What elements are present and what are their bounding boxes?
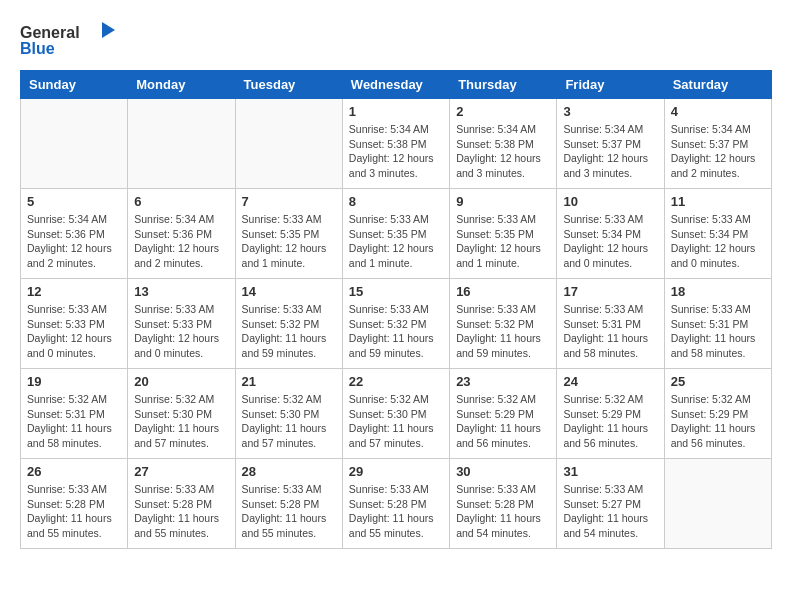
calendar-cell: 25Sunrise: 5:32 AM Sunset: 5:29 PM Dayli… (664, 369, 771, 459)
day-info: Sunrise: 5:33 AM Sunset: 5:33 PM Dayligh… (134, 302, 228, 361)
day-number: 11 (671, 194, 765, 209)
svg-text:Blue: Blue (20, 40, 55, 57)
day-number: 28 (242, 464, 336, 479)
calendar-cell (664, 459, 771, 549)
calendar-cell: 7Sunrise: 5:33 AM Sunset: 5:35 PM Daylig… (235, 189, 342, 279)
calendar-cell: 20Sunrise: 5:32 AM Sunset: 5:30 PM Dayli… (128, 369, 235, 459)
day-number: 14 (242, 284, 336, 299)
day-info: Sunrise: 5:34 AM Sunset: 5:36 PM Dayligh… (134, 212, 228, 271)
generalblue-logo-icon: GeneralBlue (20, 20, 120, 60)
day-info: Sunrise: 5:33 AM Sunset: 5:31 PM Dayligh… (671, 302, 765, 361)
day-number: 1 (349, 104, 443, 119)
calendar-cell: 24Sunrise: 5:32 AM Sunset: 5:29 PM Dayli… (557, 369, 664, 459)
day-number: 4 (671, 104, 765, 119)
day-info: Sunrise: 5:33 AM Sunset: 5:32 PM Dayligh… (242, 302, 336, 361)
day-info: Sunrise: 5:32 AM Sunset: 5:29 PM Dayligh… (456, 392, 550, 451)
calendar-cell: 9Sunrise: 5:33 AM Sunset: 5:35 PM Daylig… (450, 189, 557, 279)
svg-text:General: General (20, 24, 80, 41)
day-number: 22 (349, 374, 443, 389)
week-row-3: 12Sunrise: 5:33 AM Sunset: 5:33 PM Dayli… (21, 279, 772, 369)
calendar-cell: 31Sunrise: 5:33 AM Sunset: 5:27 PM Dayli… (557, 459, 664, 549)
calendar-cell: 4Sunrise: 5:34 AM Sunset: 5:37 PM Daylig… (664, 99, 771, 189)
day-info: Sunrise: 5:33 AM Sunset: 5:34 PM Dayligh… (563, 212, 657, 271)
day-number: 24 (563, 374, 657, 389)
day-info: Sunrise: 5:33 AM Sunset: 5:34 PM Dayligh… (671, 212, 765, 271)
calendar-cell: 2Sunrise: 5:34 AM Sunset: 5:38 PM Daylig… (450, 99, 557, 189)
day-info: Sunrise: 5:33 AM Sunset: 5:32 PM Dayligh… (456, 302, 550, 361)
calendar-cell: 15Sunrise: 5:33 AM Sunset: 5:32 PM Dayli… (342, 279, 449, 369)
calendar-cell: 21Sunrise: 5:32 AM Sunset: 5:30 PM Dayli… (235, 369, 342, 459)
day-number: 23 (456, 374, 550, 389)
day-info: Sunrise: 5:33 AM Sunset: 5:28 PM Dayligh… (134, 482, 228, 541)
day-number: 6 (134, 194, 228, 209)
calendar-cell: 26Sunrise: 5:33 AM Sunset: 5:28 PM Dayli… (21, 459, 128, 549)
day-number: 9 (456, 194, 550, 209)
calendar-cell: 13Sunrise: 5:33 AM Sunset: 5:33 PM Dayli… (128, 279, 235, 369)
day-info: Sunrise: 5:32 AM Sunset: 5:30 PM Dayligh… (134, 392, 228, 451)
day-number: 20 (134, 374, 228, 389)
calendar-cell: 22Sunrise: 5:32 AM Sunset: 5:30 PM Dayli… (342, 369, 449, 459)
day-info: Sunrise: 5:33 AM Sunset: 5:28 PM Dayligh… (456, 482, 550, 541)
week-row-2: 5Sunrise: 5:34 AM Sunset: 5:36 PM Daylig… (21, 189, 772, 279)
svg-marker-2 (102, 22, 115, 38)
calendar-cell (235, 99, 342, 189)
calendar-header-row: SundayMondayTuesdayWednesdayThursdayFrid… (21, 71, 772, 99)
calendar-cell (128, 99, 235, 189)
day-info: Sunrise: 5:33 AM Sunset: 5:32 PM Dayligh… (349, 302, 443, 361)
day-number: 16 (456, 284, 550, 299)
day-info: Sunrise: 5:33 AM Sunset: 5:33 PM Dayligh… (27, 302, 121, 361)
calendar-cell: 30Sunrise: 5:33 AM Sunset: 5:28 PM Dayli… (450, 459, 557, 549)
day-number: 17 (563, 284, 657, 299)
calendar-cell: 12Sunrise: 5:33 AM Sunset: 5:33 PM Dayli… (21, 279, 128, 369)
calendar-header-sunday: Sunday (21, 71, 128, 99)
day-number: 19 (27, 374, 121, 389)
calendar-cell: 16Sunrise: 5:33 AM Sunset: 5:32 PM Dayli… (450, 279, 557, 369)
logo: GeneralBlue (20, 20, 120, 60)
day-info: Sunrise: 5:34 AM Sunset: 5:38 PM Dayligh… (456, 122, 550, 181)
day-info: Sunrise: 5:33 AM Sunset: 5:35 PM Dayligh… (349, 212, 443, 271)
day-info: Sunrise: 5:33 AM Sunset: 5:27 PM Dayligh… (563, 482, 657, 541)
calendar-cell: 8Sunrise: 5:33 AM Sunset: 5:35 PM Daylig… (342, 189, 449, 279)
calendar-cell: 18Sunrise: 5:33 AM Sunset: 5:31 PM Dayli… (664, 279, 771, 369)
week-row-5: 26Sunrise: 5:33 AM Sunset: 5:28 PM Dayli… (21, 459, 772, 549)
week-row-1: 1Sunrise: 5:34 AM Sunset: 5:38 PM Daylig… (21, 99, 772, 189)
day-info: Sunrise: 5:32 AM Sunset: 5:29 PM Dayligh… (563, 392, 657, 451)
calendar-header-tuesday: Tuesday (235, 71, 342, 99)
day-number: 18 (671, 284, 765, 299)
day-info: Sunrise: 5:33 AM Sunset: 5:28 PM Dayligh… (27, 482, 121, 541)
day-number: 3 (563, 104, 657, 119)
calendar-cell: 6Sunrise: 5:34 AM Sunset: 5:36 PM Daylig… (128, 189, 235, 279)
page-header: GeneralBlue (20, 20, 772, 60)
day-info: Sunrise: 5:34 AM Sunset: 5:37 PM Dayligh… (671, 122, 765, 181)
calendar-cell: 29Sunrise: 5:33 AM Sunset: 5:28 PM Dayli… (342, 459, 449, 549)
calendar-cell: 27Sunrise: 5:33 AM Sunset: 5:28 PM Dayli… (128, 459, 235, 549)
calendar-table: SundayMondayTuesdayWednesdayThursdayFrid… (20, 70, 772, 549)
day-number: 10 (563, 194, 657, 209)
week-row-4: 19Sunrise: 5:32 AM Sunset: 5:31 PM Dayli… (21, 369, 772, 459)
day-number: 25 (671, 374, 765, 389)
day-number: 5 (27, 194, 121, 209)
calendar-cell: 23Sunrise: 5:32 AM Sunset: 5:29 PM Dayli… (450, 369, 557, 459)
calendar-cell: 3Sunrise: 5:34 AM Sunset: 5:37 PM Daylig… (557, 99, 664, 189)
calendar-header-saturday: Saturday (664, 71, 771, 99)
calendar-cell: 10Sunrise: 5:33 AM Sunset: 5:34 PM Dayli… (557, 189, 664, 279)
calendar-cell: 14Sunrise: 5:33 AM Sunset: 5:32 PM Dayli… (235, 279, 342, 369)
day-number: 27 (134, 464, 228, 479)
calendar-header-thursday: Thursday (450, 71, 557, 99)
day-number: 31 (563, 464, 657, 479)
day-info: Sunrise: 5:33 AM Sunset: 5:31 PM Dayligh… (563, 302, 657, 361)
day-info: Sunrise: 5:34 AM Sunset: 5:38 PM Dayligh… (349, 122, 443, 181)
calendar-cell: 28Sunrise: 5:33 AM Sunset: 5:28 PM Dayli… (235, 459, 342, 549)
day-number: 29 (349, 464, 443, 479)
day-info: Sunrise: 5:33 AM Sunset: 5:35 PM Dayligh… (242, 212, 336, 271)
calendar-cell: 11Sunrise: 5:33 AM Sunset: 5:34 PM Dayli… (664, 189, 771, 279)
calendar-cell (21, 99, 128, 189)
day-number: 8 (349, 194, 443, 209)
calendar-cell: 5Sunrise: 5:34 AM Sunset: 5:36 PM Daylig… (21, 189, 128, 279)
day-info: Sunrise: 5:32 AM Sunset: 5:30 PM Dayligh… (349, 392, 443, 451)
day-info: Sunrise: 5:32 AM Sunset: 5:31 PM Dayligh… (27, 392, 121, 451)
calendar-cell: 17Sunrise: 5:33 AM Sunset: 5:31 PM Dayli… (557, 279, 664, 369)
day-info: Sunrise: 5:34 AM Sunset: 5:37 PM Dayligh… (563, 122, 657, 181)
calendar-cell: 19Sunrise: 5:32 AM Sunset: 5:31 PM Dayli… (21, 369, 128, 459)
day-number: 2 (456, 104, 550, 119)
